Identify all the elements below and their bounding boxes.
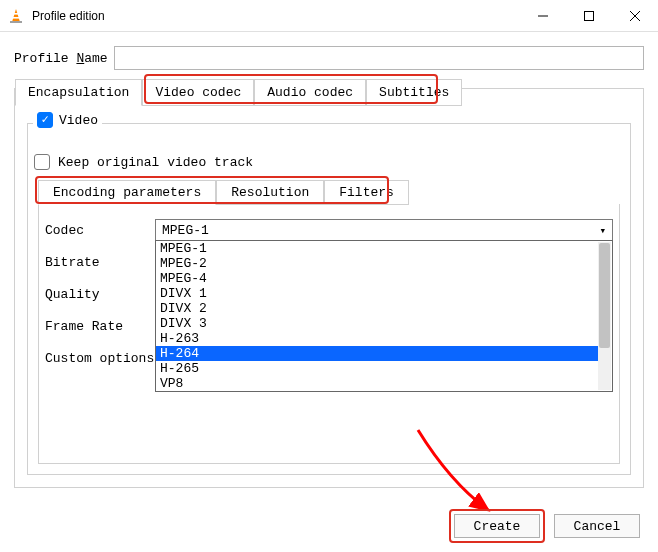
codec-option[interactable]: MPEG-4 — [156, 271, 598, 286]
tab-encapsulation[interactable]: Encapsulation — [15, 79, 142, 106]
video-fieldset-legend: Video — [33, 112, 102, 128]
quality-label: Quality — [45, 287, 155, 302]
titlebar: Profile edition — [0, 0, 658, 32]
codec-option[interactable]: H-265 — [156, 361, 598, 376]
outer-tabs-header: Encapsulation Video codec Audio codec Su… — [15, 79, 462, 106]
minimize-button[interactable] — [520, 0, 566, 32]
codec-combo[interactable]: MPEG-1 — [155, 219, 613, 241]
codec-option[interactable]: H-263 — [156, 331, 598, 346]
tab-video-codec[interactable]: Video codec — [142, 79, 254, 106]
svg-rect-1 — [13, 13, 19, 15]
codec-option[interactable]: DIVX 1 — [156, 286, 598, 301]
profile-name-label: Profile Name — [14, 51, 108, 66]
maximize-button[interactable] — [566, 0, 612, 32]
codec-option[interactable]: MPEG-1 — [156, 241, 598, 256]
codec-option[interactable]: H-264 — [156, 346, 598, 361]
codec-label: Codec — [45, 223, 155, 238]
window-title: Profile edition — [32, 9, 520, 23]
profile-name-input[interactable] — [114, 46, 644, 70]
framerate-label: Frame Rate — [45, 319, 155, 334]
tab-subtitles[interactable]: Subtitles — [366, 79, 462, 106]
svg-rect-5 — [585, 11, 594, 20]
tab-filters[interactable]: Filters — [324, 180, 409, 205]
close-button[interactable] — [612, 0, 658, 32]
svg-marker-0 — [12, 9, 20, 22]
codec-option[interactable]: VP8 — [156, 376, 598, 391]
codec-option[interactable]: DIVX 3 — [156, 316, 598, 331]
video-fieldset: Video Keep original video track Encoding… — [27, 123, 631, 475]
custom-options-label: Custom options — [45, 351, 155, 366]
keep-original-checkbox[interactable] — [34, 154, 50, 170]
tab-audio-codec[interactable]: Audio codec — [254, 79, 366, 106]
encoding-panel: Codec MPEG-1 Bitrate Quality Frame Rate … — [38, 204, 620, 464]
bitrate-label: Bitrate — [45, 255, 155, 270]
create-button[interactable]: Create — [454, 514, 540, 538]
svg-rect-2 — [13, 17, 20, 19]
codec-dropdown[interactable]: MPEG-1MPEG-2MPEG-4DIVX 1DIVX 2DIVX 3H-26… — [155, 240, 613, 392]
scrollbar-thumb[interactable] — [599, 243, 610, 348]
dropdown-scrollbar[interactable] — [598, 242, 611, 390]
keep-original-label: Keep original video track — [58, 155, 253, 170]
svg-rect-3 — [10, 21, 22, 23]
cancel-button[interactable]: Cancel — [554, 514, 640, 538]
tab-resolution[interactable]: Resolution — [216, 180, 324, 205]
video-checkbox[interactable] — [37, 112, 53, 128]
tab-encoding-parameters[interactable]: Encoding parameters — [38, 180, 216, 205]
outer-tab-panel: Encapsulation Video codec Audio codec Su… — [14, 88, 644, 488]
profile-name-row: Profile Name — [14, 46, 644, 70]
video-legend-text: Video — [59, 113, 98, 128]
codec-option[interactable]: DIVX 2 — [156, 301, 598, 316]
vlc-icon — [8, 8, 24, 24]
codec-option[interactable]: MPEG-2 — [156, 256, 598, 271]
inner-tabs-header: Encoding parameters Resolution Filters — [38, 180, 620, 205]
